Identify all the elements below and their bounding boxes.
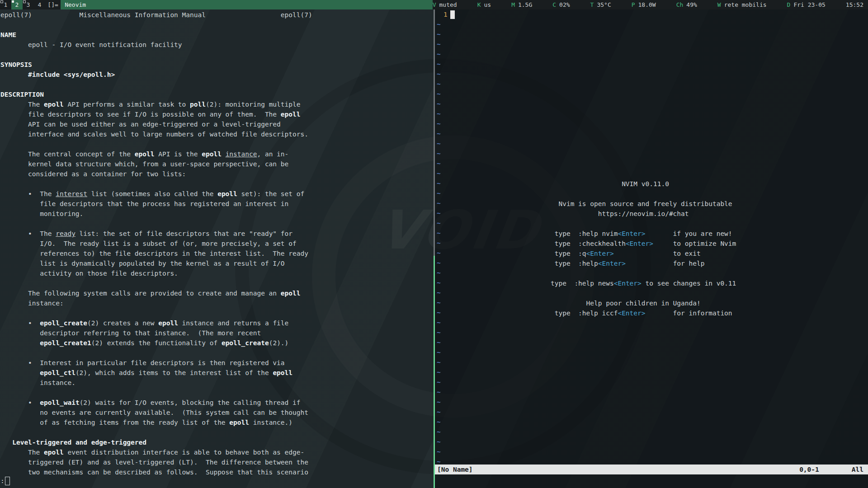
man-line [0,388,312,398]
intro-line [551,219,736,229]
status-key: Ch [676,1,684,8]
tilde-line: ~ [437,417,441,427]
man-line: The epoll event distribution interface i… [0,447,312,457]
status-value: 15:52 [846,1,863,8]
tilde-line: ~ [437,367,441,377]
tilde-line: ~ [437,258,441,268]
tilde-line: ~ [437,338,441,347]
man-line: Level-triggered and edge-triggered [0,437,312,447]
man-line: triggered (ET) and as level-triggered (L… [0,457,312,467]
man-line: epoll_ctl(2), which adds items to the in… [0,368,312,378]
tilde-line: ~ [437,268,441,278]
tilde-line: ~ [437,318,441,328]
man-line: epoll_create1(2) extends the functionali… [0,338,312,348]
tilde-line: ~ [437,437,441,447]
tilde-line: ~ [437,159,441,169]
tilde-line: ~ [437,69,441,79]
status-value: Fri 23-05 [793,1,825,8]
workspace-tags: 1234 [0,0,45,9]
line-number: 1 [443,9,448,19]
status-value: 1.5G [518,1,532,8]
man-line: descriptor referring to that instance. (… [0,328,312,338]
intro-line: Nvim is open source and freely distribut… [551,199,736,209]
status-item: Vmuted [433,1,457,8]
tilde-line: ~ [437,129,441,139]
man-line: kernel data structure which, from a user… [0,159,312,169]
tilde-line: ~ [437,89,441,99]
pane-separator-lower[interactable] [434,256,435,488]
tilde-line: ~ [437,308,441,318]
tag-client-indicator [0,0,3,3]
tilde-line: ~ [437,427,441,437]
man-line: The central concept of the epoll API is … [0,149,312,159]
man-line [0,278,312,288]
intro-line: type :help<Enter> for help [551,258,736,268]
man-line [0,427,312,437]
status-item: DFri 23-05 [787,1,826,8]
status-key: W [717,1,721,8]
tilde-line: ~ [437,198,441,208]
man-page-text: epoll(7) Miscellaneous Information Manua… [0,10,312,477]
buffer-name: [No Name] [437,465,473,474]
status-value: us [484,1,491,8]
status-item: P18.0W [632,1,656,8]
man-line: • The ready list: the set of file descri… [0,229,312,239]
nvim-intro-screen: NVIM v0.11.0 Nvim is open source and fre… [551,179,736,318]
pager-command-line[interactable]: : [0,476,10,485]
tag-client-indicator [12,0,14,3]
tilde-line: ~ [437,387,441,397]
intro-line [551,288,736,298]
tilde-line: ~ [437,19,441,29]
workspace-tag-2[interactable]: 2 [11,0,23,9]
man-line: The following system calls are provided … [0,288,312,298]
tag-client-indicator [23,0,26,3]
tilde-line: ~ [437,119,441,129]
man-line: instance. [0,378,312,388]
workspace-tag-1[interactable]: 1 [0,0,11,9]
tilde-line: ~ [437,29,441,39]
tilde-line: ~ [437,238,441,248]
man-line: The epoll API performs a similar task to… [0,99,312,109]
status-key: K [477,1,481,8]
tag-label: 1 [4,1,8,8]
man-line: considered as a container for two lists: [0,169,312,179]
intro-line: https://neovim.io/#chat [551,209,736,219]
status-item: T35°C [590,1,611,8]
tilde-line: ~ [437,49,441,59]
tilde-line: ~ [437,357,441,367]
man-line: NAME [0,30,312,40]
desktop: { "bar": { "tags": [ {"label":"1","indic… [0,0,868,488]
terminal-man-page-pane[interactable]: epoll(7) Miscellaneous Information Manua… [0,9,432,488]
nvim-block-cursor [450,10,455,19]
status-key: P [632,1,635,8]
tilde-line: ~ [437,248,441,258]
pane-separator-upper[interactable] [434,9,435,256]
man-line: references to) the file descriptors in t… [0,249,312,258]
pager-prompt-colon: : [0,477,5,484]
status-key: V [433,1,436,8]
man-line: • epoll_wait(2) waits for I/O events, bl… [0,398,312,408]
status-value: 49% [686,1,697,8]
man-line [0,139,312,149]
layout-symbol[interactable]: []= [45,0,61,9]
tilde-line: ~ [437,149,441,159]
intro-line: NVIM v0.11.0 [551,179,736,189]
status-key: M [511,1,515,8]
workspace-tag-4[interactable]: 4 [34,0,45,9]
tilde-line: ~ [437,397,441,407]
nvim-statusline: [No Name] 0,0-1 All [435,465,868,474]
man-line: instance: [0,298,312,308]
tilde-line: ~ [437,377,441,387]
tilde-line: ~ [437,228,441,238]
tilde-line: ~ [437,59,441,69]
status-value: muted [439,1,457,8]
man-line [0,348,312,358]
neovim-pane[interactable]: 1 ~~~~~~~~~~~~~~~~~~~~~~~~~~~~~~~~~~~~~~… [435,9,868,488]
intro-line: type :help nvim<Enter> if you are new! [551,229,736,239]
status-item: Kus [477,1,491,8]
intro-line [551,268,736,278]
workspace-tag-3[interactable]: 3 [23,0,34,9]
man-line: API can be used either as an edge-trigge… [0,119,312,129]
tilde-line: ~ [437,178,441,188]
man-line: SYNOPSIS [0,60,312,70]
